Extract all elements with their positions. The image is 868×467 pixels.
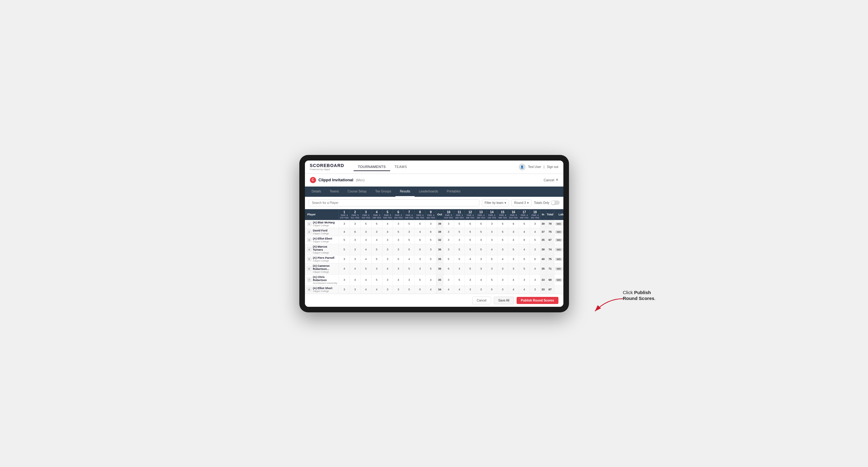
score-hole-12[interactable]: 5 xyxy=(465,228,476,236)
score-hole-2[interactable]: 4 xyxy=(349,274,361,285)
score-hole-1[interactable]: 3 xyxy=(339,285,350,293)
cancel-header-button[interactable]: Cancel ✕ xyxy=(544,178,558,182)
score-hole-16[interactable]: 5 xyxy=(508,244,519,255)
label-wd[interactable]: WD xyxy=(555,238,562,242)
score-hole-6[interactable]: 3 xyxy=(393,236,404,244)
score-hole-6[interactable]: 3 xyxy=(393,244,404,255)
score-hole-11[interactable]: 3 xyxy=(454,263,465,274)
score-hole-16[interactable]: 6 xyxy=(508,220,519,228)
score-hole-4[interactable]: 5 xyxy=(371,255,382,263)
score-hole-6[interactable]: 3 xyxy=(393,285,404,293)
score-hole-1[interactable]: 4 xyxy=(339,228,350,236)
tab-results[interactable]: Results xyxy=(396,187,414,197)
tab-tee-groups[interactable]: Tee Groups xyxy=(371,187,396,197)
score-hole-10[interactable]: 3 xyxy=(443,228,454,236)
score-hole-8[interactable]: 5 xyxy=(415,274,426,285)
score-hole-1[interactable]: 5 xyxy=(339,244,350,255)
score-hole-7[interactable]: 5 xyxy=(404,244,415,255)
score-hole-10[interactable]: 6 xyxy=(443,263,454,274)
totals-only-toggle[interactable]: Totals Only xyxy=(534,200,559,205)
tab-teams[interactable]: Teams xyxy=(326,187,343,197)
score-hole-4[interactable]: 5 xyxy=(371,244,382,255)
score-hole-17[interactable]: 5 xyxy=(519,220,530,228)
score-hole-3[interactable]: 3 xyxy=(361,228,371,236)
save-all-button[interactable]: Save All xyxy=(494,297,514,304)
score-hole-5[interactable]: 4 xyxy=(382,228,393,236)
label-wd[interactable]: WD xyxy=(555,230,562,234)
toggle-switch[interactable] xyxy=(551,200,560,205)
score-hole-4[interactable]: 5 xyxy=(371,274,382,285)
label-dq[interactable]: DQ xyxy=(563,257,563,261)
score-hole-13[interactable]: 3 xyxy=(476,255,487,263)
score-hole-14[interactable]: 4 xyxy=(487,244,497,255)
score-hole-15[interactable]: 5 xyxy=(497,236,508,244)
score-hole-10[interactable]: 3 xyxy=(443,244,454,255)
score-hole-15[interactable]: 3 xyxy=(497,244,508,255)
score-hole-18[interactable]: 3 xyxy=(530,274,540,285)
score-hole-17[interactable]: 5 xyxy=(519,255,530,263)
score-hole-5[interactable]: 3 xyxy=(382,244,393,255)
score-hole-2[interactable]: 3 xyxy=(349,255,361,263)
score-hole-3[interactable]: 5 xyxy=(361,263,371,274)
score-hole-5[interactable]: 4 xyxy=(382,220,393,228)
score-hole-6[interactable]: 5 xyxy=(393,228,404,236)
score-hole-5[interactable]: 4 xyxy=(382,263,393,274)
score-hole-15[interactable]: 5 xyxy=(497,228,508,236)
score-hole-14[interactable]: 3 xyxy=(487,220,497,228)
score-hole-4[interactable]: 5 xyxy=(371,220,382,228)
score-hole-6[interactable]: 3 xyxy=(393,220,404,228)
score-hole-1[interactable]: 3 xyxy=(339,255,350,263)
score-hole-16[interactable]: 4 xyxy=(508,274,519,285)
score-hole-2[interactable]: 3 xyxy=(349,285,361,293)
nav-link-tournaments[interactable]: TOURNAMENTS xyxy=(353,163,390,171)
score-hole-14[interactable]: 3 xyxy=(487,236,497,244)
score-hole-11[interactable]: 5 xyxy=(454,228,465,236)
label-dq[interactable]: DQ xyxy=(563,267,563,271)
score-hole-2[interactable]: 4 xyxy=(349,263,361,274)
score-hole-3[interactable]: 3 xyxy=(361,236,371,244)
score-hole-3[interactable]: 4 xyxy=(361,274,371,285)
score-hole-4[interactable]: 4 xyxy=(371,236,382,244)
score-hole-10[interactable]: 4 xyxy=(443,285,454,293)
score-hole-9[interactable]: 6 xyxy=(426,228,436,236)
score-hole-4[interactable]: 4 xyxy=(371,285,382,293)
score-hole-14[interactable]: 5 xyxy=(487,274,497,285)
score-hole-7[interactable]: 5 xyxy=(404,263,415,274)
score-hole-9[interactable]: 3 xyxy=(426,244,436,255)
score-hole-6[interactable]: 3 xyxy=(393,263,404,274)
publish-round-scores-button[interactable]: Publish Round Scores xyxy=(517,297,558,304)
score-hole-8[interactable]: 3 xyxy=(415,263,426,274)
score-hole-13[interactable]: 3 xyxy=(476,236,487,244)
score-hole-9[interactable]: 5 xyxy=(426,236,436,244)
score-hole-12[interactable]: 3 xyxy=(465,274,476,285)
score-hole-7[interactable]: 3 xyxy=(404,228,415,236)
score-hole-8[interactable]: 3 xyxy=(415,255,426,263)
score-hole-14[interactable]: 5 xyxy=(487,285,497,293)
score-hole-17[interactable]: 6 xyxy=(519,236,530,244)
score-hole-18[interactable]: 3 xyxy=(530,220,540,228)
score-hole-8[interactable]: 5 xyxy=(415,285,426,293)
score-hole-12[interactable]: 6 xyxy=(465,220,476,228)
score-hole-11[interactable]: 5 xyxy=(454,274,465,285)
score-hole-13[interactable]: 5 xyxy=(476,228,487,236)
score-hole-14[interactable]: 3 xyxy=(487,263,497,274)
score-hole-14[interactable]: 3 xyxy=(487,228,497,236)
score-hole-16[interactable]: 4 xyxy=(508,285,519,293)
label-dq[interactable]: DQ xyxy=(563,238,563,242)
score-hole-1[interactable]: 4 xyxy=(339,263,350,274)
score-hole-5[interactable]: 3 xyxy=(382,274,393,285)
label-wd[interactable]: WD xyxy=(555,222,562,226)
score-hole-10[interactable]: 3 xyxy=(443,220,454,228)
score-hole-15[interactable]: 3 xyxy=(497,263,508,274)
score-hole-9[interactable]: 3 xyxy=(426,220,436,228)
label-wd[interactable]: WD xyxy=(555,278,562,282)
score-hole-3[interactable]: 4 xyxy=(361,255,371,263)
score-hole-18[interactable]: 3 xyxy=(530,285,540,293)
score-hole-18[interactable]: 4 xyxy=(530,228,540,236)
label-dq[interactable]: DQ xyxy=(563,278,563,282)
score-hole-17[interactable]: 4 xyxy=(519,244,530,255)
score-hole-10[interactable]: 5 xyxy=(443,255,454,263)
score-hole-2[interactable]: 6 xyxy=(349,228,361,236)
score-hole-11[interactable]: 4 xyxy=(454,285,465,293)
score-hole-13[interactable]: 3 xyxy=(476,285,487,293)
